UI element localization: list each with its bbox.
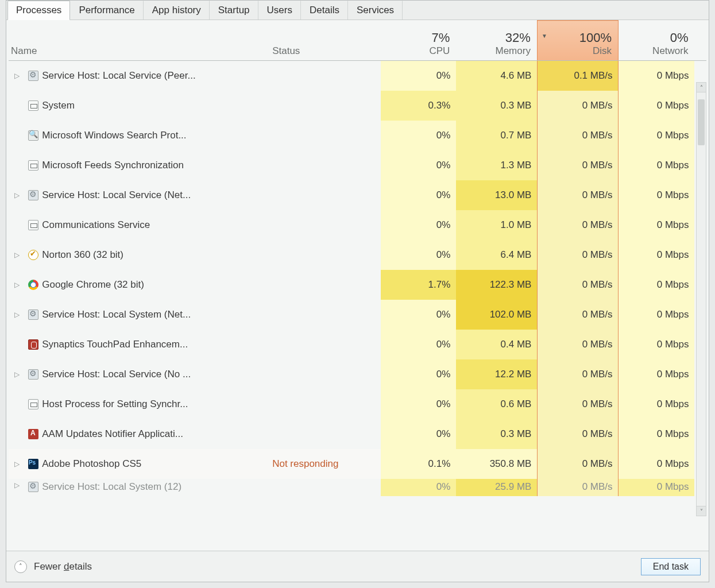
table-row[interactable]: Communications Service0%1.0 MB0 MB/s0 Mb… (9, 210, 706, 240)
cpu-cell: 0% (381, 389, 456, 419)
expand-toggle (9, 210, 25, 240)
tab-processes[interactable]: Processes (7, 1, 70, 20)
process-name: Service Host: Local Service (Net... (41, 180, 272, 210)
expand-toggle[interactable]: ▷ (9, 300, 25, 330)
table-row[interactable]: Microsoft Feeds Synchronization0%1.3 MB0… (9, 150, 706, 180)
disk-cell: 0 MB/s (537, 479, 618, 496)
process-name: System (41, 91, 272, 121)
disk-cell: 0 MB/s (537, 300, 618, 330)
memory-cell: 0.3 MB (456, 419, 537, 449)
network-cell: 0 Mbps (619, 449, 695, 479)
col-header-cpu[interactable]: 7% CPU (381, 21, 456, 61)
disk-cell: 0 MB/s (537, 121, 618, 150)
norton-icon (28, 250, 38, 260)
expand-toggle (9, 150, 25, 180)
process-grid: Name Status 7% CPU 32% Memory ▼ 100% (9, 20, 706, 551)
process-status (272, 180, 381, 210)
disk-usage-percent: 100% (538, 30, 617, 45)
memory-cell: 1.0 MB (456, 210, 537, 240)
cpu-cell: 0% (381, 240, 456, 270)
cpu-cell: 0.1% (381, 449, 456, 479)
network-cell: 0 Mbps (619, 121, 695, 150)
gear-icon (28, 310, 38, 320)
col-header-network[interactable]: 0% Network (619, 21, 695, 61)
process-name: Adobe Photoshop CS5 (41, 449, 272, 479)
gear-icon (28, 482, 38, 492)
expand-toggle (9, 330, 25, 359)
expand-toggle[interactable]: ▷ (9, 479, 25, 496)
col-header-status[interactable]: Status (272, 21, 381, 61)
process-status (272, 359, 381, 389)
process-icon (25, 300, 42, 330)
table-row[interactable]: Host Process for Setting Synchr...0%0.6 … (9, 389, 706, 419)
expand-toggle[interactable]: ▷ (9, 240, 25, 270)
process-status (272, 240, 381, 270)
memory-label: Memory (457, 45, 536, 57)
process-name: AAM Updates Notifier Applicati... (41, 419, 272, 449)
expand-toggle[interactable]: ▷ (9, 61, 25, 91)
table-row[interactable]: Microsoft Windows Search Prot...0%0.7 MB… (9, 121, 706, 150)
scroll-thumb[interactable] (698, 99, 705, 145)
col-header-name[interactable]: Name (9, 21, 272, 61)
table-row[interactable]: ▷Service Host: Local Service (No ...0%12… (9, 359, 706, 389)
process-name: Microsoft Feeds Synchronization (41, 150, 272, 180)
table-row[interactable]: Synaptics TouchPad Enhancem...0%0.4 MB0 … (9, 330, 706, 359)
tab-details[interactable]: Details (301, 1, 348, 20)
process-icon (25, 359, 42, 389)
col-header-disk[interactable]: ▼ 100% Disk (537, 21, 618, 61)
process-icon (25, 61, 42, 91)
expand-toggle[interactable]: ▷ (9, 449, 25, 479)
network-cell: 0 Mbps (619, 270, 695, 300)
table-row[interactable]: AAM Updates Notifier Applicati...0%0.3 M… (9, 419, 706, 449)
process-icon (25, 479, 42, 496)
process-name: Service Host: Local System (12) (41, 479, 272, 496)
network-cell: 0 Mbps (619, 180, 695, 210)
cpu-cell: 0% (381, 210, 456, 240)
disk-cell: 0.1 MB/s (537, 61, 618, 91)
table-row[interactable]: ▷Service Host: Local Service (Peer...0%4… (9, 61, 706, 91)
expand-toggle[interactable]: ▷ (9, 180, 25, 210)
memory-cell: 0.6 MB (456, 389, 537, 419)
table-row[interactable]: ▷Service Host: Local System (12)0%25.9 M… (9, 479, 706, 496)
table-row[interactable]: System0.3%0.3 MB0 MB/s0 Mbps (9, 91, 706, 121)
expand-toggle[interactable]: ▷ (9, 359, 25, 389)
memory-cell: 0.4 MB (456, 330, 537, 359)
cpu-label: CPU (381, 45, 455, 57)
tab-services[interactable]: Services (348, 1, 403, 20)
scroll-down-button[interactable]: ˅ (696, 506, 706, 516)
network-cell: 0 Mbps (619, 240, 695, 270)
tab-app-history[interactable]: App history (144, 1, 210, 20)
end-task-button[interactable]: End task (641, 558, 701, 575)
adobe-icon (28, 429, 38, 439)
chevron-up-icon[interactable]: ˄ (14, 560, 27, 573)
scroll-track[interactable] (696, 92, 706, 506)
network-cell: 0 Mbps (619, 389, 695, 419)
cpu-usage-percent: 7% (381, 30, 455, 45)
network-usage-percent: 0% (619, 30, 694, 45)
process-status (272, 389, 381, 419)
process-name: Host Process for Setting Synchr... (41, 389, 272, 419)
process-status (272, 61, 381, 91)
table-row[interactable]: ▷Service Host: Local System (Net...0%102… (9, 300, 706, 330)
table-row[interactable]: ▷Norton 360 (32 bit)0%6.4 MB0 MB/s0 Mbps (9, 240, 706, 270)
process-icon (25, 240, 42, 270)
app-icon (28, 399, 38, 409)
process-status (272, 419, 381, 449)
table-row[interactable]: ▷Service Host: Local Service (Net...0%13… (9, 180, 706, 210)
tab-startup[interactable]: Startup (210, 1, 258, 20)
fewer-details-link[interactable]: Fewer details (34, 561, 92, 572)
col-header-memory[interactable]: 32% Memory (456, 21, 537, 61)
expand-toggle[interactable]: ▷ (9, 270, 25, 300)
process-status (272, 300, 381, 330)
network-cell: 0 Mbps (619, 210, 695, 240)
disk-cell: 0 MB/s (537, 270, 618, 300)
cpu-cell: 0% (381, 61, 456, 91)
table-row[interactable]: ▷Google Chrome (32 bit)1.7%122.3 MB0 MB/… (9, 270, 706, 300)
disk-cell: 0 MB/s (537, 240, 618, 270)
tab-performance[interactable]: Performance (70, 1, 143, 20)
vertical-scrollbar[interactable]: ˄ ˅ (696, 82, 706, 516)
tab-users[interactable]: Users (258, 1, 301, 20)
cpu-cell: 0% (381, 359, 456, 389)
scroll-up-button[interactable]: ˄ (696, 82, 706, 92)
table-row[interactable]: ▷Adobe Photoshop CS5Not responding0.1%35… (9, 449, 706, 479)
